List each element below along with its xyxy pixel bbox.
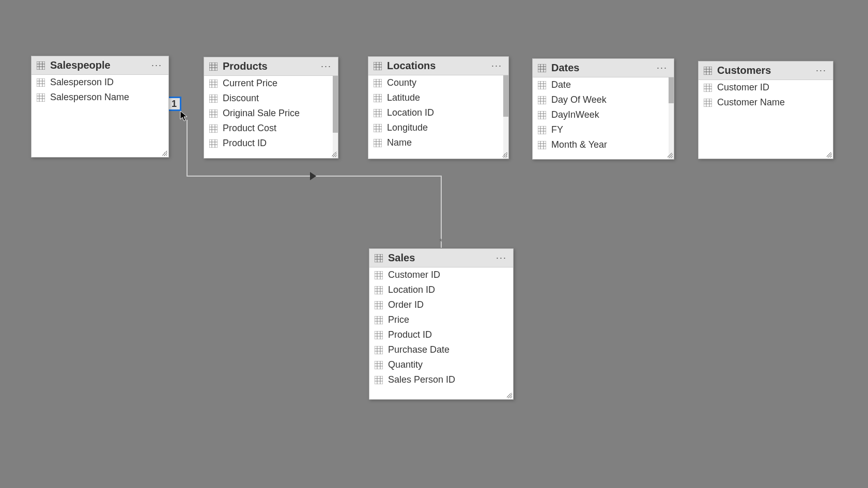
- resize-grip[interactable]: [502, 152, 507, 158]
- column-icon: [209, 124, 218, 133]
- svg-rect-95: [538, 126, 546, 134]
- field-row[interactable]: Product ID: [204, 136, 338, 151]
- model-canvas[interactable]: 1 * Salespeople ··· Salesperson ID Sales…: [0, 0, 868, 488]
- column-icon: [375, 316, 383, 324]
- table-menu-button[interactable]: ···: [490, 60, 503, 71]
- table-header[interactable]: Sales ···: [369, 249, 513, 267]
- field-label: DayInWeek: [551, 109, 599, 120]
- table-menu-button[interactable]: ···: [495, 253, 508, 263]
- scrollbar[interactable]: [333, 76, 338, 158]
- rel-cardinality-many-label: *: [439, 238, 442, 246]
- table-menu-button[interactable]: ···: [320, 61, 333, 72]
- field-row[interactable]: Original Sale Price: [204, 106, 338, 121]
- cursor-pointer-icon: [180, 111, 189, 122]
- table-menu-button[interactable]: ···: [815, 65, 828, 76]
- field-row[interactable]: DayInWeek: [533, 107, 674, 122]
- field-row[interactable]: Purchase Date: [369, 342, 513, 357]
- table-locations[interactable]: Locations ··· County Latitude Location I…: [368, 56, 509, 159]
- field-row[interactable]: Customer ID: [369, 267, 513, 282]
- rel-cardinality-one[interactable]: 1: [167, 97, 181, 111]
- field-row[interactable]: Day Of Week: [533, 92, 674, 107]
- field-label: Salesperson ID: [50, 77, 114, 88]
- column-icon: [374, 109, 382, 117]
- field-row[interactable]: Name: [368, 135, 508, 150]
- field-row[interactable]: Salesperson ID: [32, 75, 168, 90]
- resize-grip[interactable]: [507, 393, 512, 398]
- field-row[interactable]: Order ID: [369, 297, 513, 312]
- resize-grip[interactable]: [827, 152, 832, 158]
- table-icon: [374, 62, 382, 70]
- column-icon: [375, 331, 383, 339]
- table-header[interactable]: Locations ···: [368, 57, 508, 75]
- column-icon: [375, 361, 383, 369]
- field-row[interactable]: Date: [533, 77, 674, 92]
- table-salespeople[interactable]: Salespeople ··· Salesperson ID Salespers…: [31, 56, 169, 158]
- resize-grip[interactable]: [162, 151, 167, 156]
- field-row[interactable]: County: [368, 75, 508, 90]
- rel-cardinality-many[interactable]: *: [439, 238, 442, 247]
- table-fields: Customer ID Customer Name: [699, 80, 833, 159]
- field-row[interactable]: Location ID: [368, 105, 508, 120]
- table-icon: [37, 61, 45, 70]
- field-label: Latitude: [387, 92, 420, 103]
- field-row[interactable]: Latitude: [368, 90, 508, 105]
- field-row[interactable]: Longitude: [368, 120, 508, 135]
- field-row[interactable]: Location ID: [369, 282, 513, 297]
- scroll-thumb[interactable]: [333, 76, 338, 133]
- field-row[interactable]: Quantity: [369, 357, 513, 372]
- table-sales[interactable]: Sales ··· Customer ID Location ID Order …: [369, 248, 514, 400]
- table-products[interactable]: Products ··· Current Price Discount Orig…: [204, 57, 338, 159]
- field-row[interactable]: Discount: [204, 91, 338, 106]
- field-label: Product Cost: [223, 123, 276, 134]
- field-row[interactable]: Product ID: [369, 327, 513, 342]
- field-row[interactable]: Month & Year: [533, 137, 674, 152]
- svg-rect-105: [704, 67, 712, 75]
- field-label: Location ID: [387, 107, 434, 118]
- field-label: Name: [387, 137, 412, 148]
- scrollbar[interactable]: [503, 75, 508, 159]
- field-row[interactable]: Salesperson Name: [32, 90, 168, 105]
- table-header[interactable]: Customers ···: [699, 61, 833, 80]
- table-dates[interactable]: Dates ··· Date Day Of Week DayInWeek FY: [532, 58, 674, 160]
- field-label: Customer ID: [388, 270, 440, 280]
- field-label: Location ID: [388, 285, 435, 295]
- table-menu-button[interactable]: ···: [150, 60, 163, 71]
- table-fields: Customer ID Location ID Order ID Price P…: [369, 267, 513, 399]
- table-header[interactable]: Salespeople ···: [32, 56, 168, 75]
- field-label: Longitude: [387, 122, 428, 133]
- field-label: Original Sale Price: [223, 108, 300, 119]
- field-row[interactable]: Product Cost: [204, 121, 338, 136]
- field-row[interactable]: Current Price: [204, 76, 338, 91]
- table-menu-button[interactable]: ···: [656, 62, 669, 73]
- scrollbar[interactable]: [669, 77, 674, 159]
- field-label: Salesperson Name: [50, 92, 129, 103]
- field-row[interactable]: Customer ID: [699, 80, 833, 95]
- svg-rect-125: [375, 271, 383, 279]
- table-title: Dates: [551, 62, 650, 74]
- table-fields: Current Price Discount Original Sale Pri…: [204, 76, 338, 158]
- scroll-thumb[interactable]: [669, 77, 674, 103]
- table-header[interactable]: Dates ···: [533, 59, 674, 77]
- resize-grip[interactable]: [668, 153, 673, 158]
- resize-grip[interactable]: [332, 152, 337, 157]
- field-label: Product ID: [223, 138, 267, 149]
- field-row[interactable]: FY: [533, 122, 674, 137]
- field-row[interactable]: Customer Name: [699, 95, 833, 110]
- field-label: Sales Person ID: [388, 374, 455, 385]
- table-customers[interactable]: Customers ··· Customer ID Customer Name: [698, 61, 833, 159]
- svg-rect-35: [209, 124, 218, 133]
- table-title: Customers: [717, 65, 810, 76]
- svg-rect-25: [209, 95, 218, 103]
- rel-line: [187, 120, 188, 177]
- svg-rect-100: [538, 141, 546, 149]
- svg-rect-10: [37, 93, 45, 102]
- svg-rect-160: [375, 376, 383, 384]
- table-header[interactable]: Products ···: [204, 57, 338, 76]
- svg-rect-140: [375, 316, 383, 324]
- scroll-thumb[interactable]: [503, 75, 508, 117]
- field-label: Customer ID: [717, 82, 769, 93]
- field-row[interactable]: Price: [369, 312, 513, 327]
- field-row[interactable]: Sales Person ID: [369, 372, 513, 387]
- column-icon: [374, 79, 382, 87]
- column-icon: [37, 93, 45, 102]
